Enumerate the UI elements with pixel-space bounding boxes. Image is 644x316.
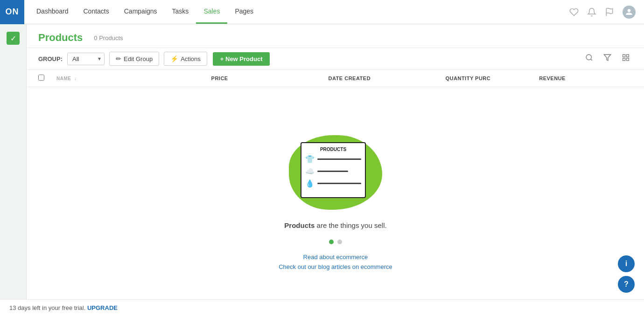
svg-rect-4 (623, 55, 625, 57)
actions-label: Actions (181, 55, 201, 62)
nav-icons (569, 6, 644, 19)
group-label: GROUP: (38, 55, 63, 62)
read-ecommerce-link[interactable]: Read about ecommerce (303, 254, 368, 261)
page-title: Products (38, 32, 83, 44)
svg-line-2 (591, 59, 592, 61)
bottom-bar: 13 days left in your free trial. UPGRADE (0, 299, 644, 316)
svg-point-1 (586, 55, 591, 60)
nav-item-tasks[interactable]: Tasks (165, 0, 196, 24)
help-icon: ? (624, 280, 629, 289)
actions-button[interactable]: ⚡ Actions (164, 52, 207, 66)
nav-item-dashboard[interactable]: Dashboard (29, 0, 76, 24)
product-row-3: 💧 (305, 179, 361, 188)
blog-ecommerce-link[interactable]: Check out our blog articles on ecommerce (279, 263, 392, 270)
empty-illustration: PRODUCTS 👕 ☁️ 💧 (284, 133, 387, 212)
dot-2[interactable] (337, 240, 342, 244)
lightning-icon: ⚡ (170, 55, 178, 62)
group-select-wrapper: All ▾ (67, 53, 105, 65)
info-icon: i (625, 260, 627, 268)
main-container: Products 0 Products GROUP: All ▾ ✏ Edit … (0, 24, 644, 316)
cloud2-icon: 💧 (305, 179, 315, 188)
product-row-1: 👕 (305, 155, 361, 164)
logo-text: ON (6, 7, 19, 17)
product-card: PRODUCTS 👕 ☁️ 💧 (301, 142, 366, 198)
links-area: Read about ecommerce Check out our blog … (279, 254, 392, 270)
nav-item-contacts[interactable]: Contacts (76, 0, 117, 24)
flag-icon[interactable] (605, 7, 614, 17)
top-nav: ON Dashboard Contacts Campaigns Tasks Sa… (0, 0, 644, 24)
col-price[interactable]: PRICE (211, 76, 329, 81)
info-fab-button[interactable]: i (618, 255, 635, 272)
svg-rect-7 (626, 58, 629, 61)
empty-description-prefix: Products (284, 221, 315, 229)
logo: ON (0, 0, 24, 24)
checkbox-all[interactable] (38, 75, 44, 81)
sidebar-check: ✓ (0, 24, 27, 316)
product-line-1 (317, 158, 361, 160)
toolbar: GROUP: All ▾ ✏ Edit Group ⚡ Actions + Ne… (27, 48, 644, 70)
edit-group-label: Edit Group (124, 55, 153, 62)
empty-description-suffix: are the things you sell. (315, 221, 386, 229)
svg-rect-6 (623, 58, 625, 61)
nav-links: Dashboard Contacts Campaigns Tasks Sales… (24, 0, 569, 24)
nav-item-campaigns[interactable]: Campaigns (117, 0, 165, 24)
product-count: 0 Products (94, 34, 123, 41)
col-qty[interactable]: QUANTITY PURC (446, 76, 539, 81)
favorites-icon[interactable] (569, 7, 579, 17)
search-icon-button[interactable] (582, 52, 596, 66)
group-select[interactable]: All (67, 53, 105, 65)
trial-text: 13 days left in your free trial. (9, 304, 85, 311)
svg-rect-5 (626, 55, 629, 57)
check-box[interactable]: ✓ (7, 32, 20, 45)
nav-item-sales[interactable]: Sales (196, 0, 227, 24)
carousel-dots (329, 240, 342, 244)
table-header: NAME ↓ PRICE DATE CREATED QUANTITY PURC … (27, 70, 644, 87)
empty-state: PRODUCTS 👕 ☁️ 💧 Products are the things … (27, 87, 644, 316)
new-product-button[interactable]: + New Product (213, 52, 270, 66)
new-product-label: + New Product (220, 55, 263, 62)
user-avatar[interactable] (623, 6, 636, 19)
col-date[interactable]: DATE CREATED (329, 76, 446, 81)
upgrade-link[interactable]: UPGRADE (87, 304, 118, 311)
product-card-title: PRODUCTS (305, 147, 361, 152)
col-name[interactable]: NAME ↓ (55, 76, 211, 81)
col-rev[interactable]: REVENUE (539, 76, 633, 81)
product-row-2: ☁️ (305, 167, 361, 176)
edit-group-button[interactable]: ✏ Edit Group (109, 52, 159, 66)
empty-description: Products are the things you sell. (284, 221, 386, 229)
filter-icon-button[interactable] (601, 52, 614, 66)
shirt-icon: 👕 (305, 155, 315, 164)
nav-item-pages[interactable]: Pages (227, 0, 261, 24)
help-fab-button[interactable]: ? (618, 276, 635, 293)
product-line-2 (317, 171, 348, 172)
notifications-icon[interactable] (587, 7, 596, 17)
page-header: Products 0 Products (27, 24, 644, 48)
toolbar-right (582, 52, 633, 66)
dot-1[interactable] (329, 240, 334, 244)
fab-container: i ? (618, 255, 635, 293)
select-all-checkbox[interactable] (38, 75, 55, 82)
cloud-icon: ☁️ (305, 167, 315, 176)
pencil-icon: ✏ (116, 55, 121, 62)
svg-marker-3 (604, 55, 610, 61)
avatar (623, 6, 636, 19)
view-toggle-button[interactable] (619, 52, 633, 66)
product-line-3 (317, 183, 361, 184)
